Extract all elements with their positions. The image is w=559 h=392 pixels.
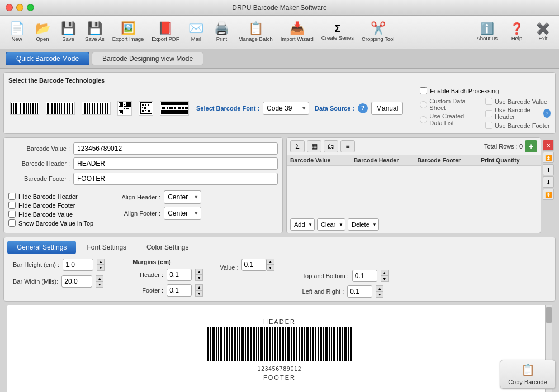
save-as-button[interactable]: 💾 Save As: [82, 20, 108, 44]
font-select-wrapper[interactable]: Code 39 Code 128 EAN 13 QR Code: [263, 102, 309, 115]
hide-header-checkbox[interactable]: [8, 193, 16, 200]
close-button[interactable]: [6, 4, 13, 11]
top-bottom-input[interactable]: [352, 270, 377, 282]
create-series-button[interactable]: Σ Create Series: [318, 21, 357, 43]
hide-header-label: Hide Barcode Header: [18, 193, 78, 200]
about-button[interactable]: ℹ️ About us: [472, 21, 503, 44]
use-value-checkbox[interactable]: [485, 98, 492, 105]
table-func-btn-1[interactable]: Σ: [290, 140, 305, 152]
table-func-btn-4[interactable]: ≡: [340, 140, 355, 152]
barcode-sample-1[interactable]: [8, 100, 41, 117]
value-margin-up[interactable]: ▲: [267, 259, 274, 265]
delete-action-select[interactable]: Delete: [348, 218, 379, 231]
add-action-select[interactable]: Add: [290, 218, 315, 231]
barcode-sample-4[interactable]: [116, 99, 134, 117]
cropping-tool-icon: ✂️: [371, 22, 386, 35]
maximize-button[interactable]: [27, 4, 34, 11]
top-bottom-down[interactable]: ▼: [381, 276, 389, 282]
use-footer-checkbox[interactable]: [485, 122, 492, 129]
new-button[interactable]: 📄 New: [4, 20, 29, 44]
move-top-button[interactable]: ⏫: [543, 152, 554, 163]
batch-help-icon[interactable]: ?: [543, 109, 551, 118]
left-right-up[interactable]: ▲: [376, 285, 383, 291]
quick-mode-tab[interactable]: Quick Barcode Mode: [6, 52, 89, 65]
align-header-wrapper[interactable]: CenterLeftRight: [164, 190, 201, 204]
svg-rect-91: [264, 327, 265, 361]
preview-scrollthumb[interactable]: [546, 307, 552, 323]
mail-button[interactable]: ✉️ Mail: [183, 20, 208, 44]
barcode-sample-3[interactable]: [80, 100, 112, 117]
value-margin-down[interactable]: ▼: [267, 265, 274, 271]
bar-width-input[interactable]: [61, 275, 92, 288]
table-func-btn-3[interactable]: 🗂: [324, 140, 338, 152]
preview-number: 123456789012: [258, 366, 302, 372]
help-button[interactable]: ❓ Help: [505, 21, 528, 44]
enable-batch-label[interactable]: Enable Batch Processing: [430, 88, 499, 94]
custom-sheet-radio[interactable]: [420, 101, 427, 108]
svg-rect-80: [234, 327, 236, 361]
export-pdf-button[interactable]: 📕 Export PDF: [148, 20, 182, 44]
hide-value-checkbox[interactable]: [8, 211, 16, 218]
use-header-checkbox[interactable]: [485, 110, 492, 117]
print-button[interactable]: 🖨️ Print: [209, 20, 234, 44]
export-pdf-icon: 📕: [158, 22, 173, 35]
header-margin-up[interactable]: ▲: [195, 269, 203, 275]
show-top-checkbox[interactable]: [8, 219, 16, 227]
save-button[interactable]: 💾 Save: [56, 20, 80, 44]
footer-margin-input[interactable]: [167, 284, 192, 297]
table-func-btn-2[interactable]: ▦: [307, 140, 321, 152]
bar-width-down[interactable]: ▼: [96, 281, 103, 288]
top-bottom-label: Top and Bottom :: [302, 273, 349, 279]
created-list-radio[interactable]: [420, 116, 427, 123]
bar-height-input[interactable]: [63, 259, 93, 271]
align-header-select[interactable]: CenterLeftRight: [164, 190, 201, 204]
footer-margin-up[interactable]: ▲: [195, 284, 203, 290]
tab-font-settings[interactable]: Font Settings: [77, 241, 136, 254]
manage-batch-button[interactable]: 📋 Manage Batch: [235, 20, 276, 44]
minimize-button[interactable]: [16, 4, 23, 11]
header-input[interactable]: [73, 157, 278, 170]
left-right-input[interactable]: [347, 285, 372, 298]
clear-action-select[interactable]: Clear: [317, 218, 345, 231]
hide-footer-checkbox[interactable]: [8, 202, 16, 209]
header-margin-input[interactable]: [167, 269, 192, 281]
import-wizard-button[interactable]: 📥 Import Wizard: [277, 20, 317, 44]
bar-height-down[interactable]: ▼: [97, 265, 105, 271]
barcode-sample-6[interactable]: [158, 99, 191, 117]
designing-mode-tab[interactable]: Barcode Designing view Mode: [92, 52, 203, 65]
move-down-button[interactable]: ⬇: [543, 176, 554, 188]
barcode-value-input[interactable]: [73, 142, 278, 155]
cropping-tool-button[interactable]: ✂️ Cropping Tool: [358, 20, 397, 44]
enable-batch-checkbox[interactable]: [420, 87, 427, 94]
svg-rect-54: [142, 107, 143, 108]
barcode-sample-2[interactable]: [44, 100, 77, 117]
header-margin-down[interactable]: ▼: [195, 275, 203, 281]
top-bottom-up[interactable]: ▲: [381, 270, 389, 276]
delete-row-button[interactable]: ✕: [543, 140, 554, 151]
footer-input[interactable]: [73, 173, 278, 185]
copy-barcode-button[interactable]: 📋 Copy Barcode: [500, 360, 556, 389]
bar-height-up[interactable]: ▲: [97, 259, 105, 265]
bar-width-up[interactable]: ▲: [96, 275, 103, 281]
add-row-button[interactable]: +: [525, 140, 537, 152]
align-footer-wrapper[interactable]: CenterLeftRight: [164, 207, 201, 220]
datasource-info-button[interactable]: ?: [358, 103, 368, 113]
export-image-button[interactable]: 🖼️ Export Image: [109, 20, 148, 44]
move-up-button[interactable]: ⬆: [543, 164, 554, 175]
open-button[interactable]: 📂 Open: [30, 20, 55, 44]
tab-color-settings[interactable]: Color Settings: [137, 241, 198, 254]
value-margin-input[interactable]: [241, 259, 267, 271]
svg-rect-66: [182, 107, 184, 109]
svg-rect-88: [256, 327, 257, 361]
tab-general-settings[interactable]: General Settings: [7, 241, 76, 254]
svg-rect-59: [161, 102, 188, 105]
title-bar-controls[interactable]: [6, 4, 34, 11]
barcode-sample-5[interactable]: [137, 99, 155, 117]
footer-margin-down[interactable]: ▼: [195, 290, 203, 297]
font-select[interactable]: Code 39 Code 128 EAN 13 QR Code: [263, 102, 309, 115]
save-icon: 💾: [61, 22, 76, 35]
left-right-down[interactable]: ▼: [376, 291, 383, 298]
move-bottom-button[interactable]: ⏬: [543, 189, 554, 200]
align-footer-select[interactable]: CenterLeftRight: [164, 207, 201, 220]
exit-button[interactable]: ✖️ Exit: [532, 21, 555, 44]
